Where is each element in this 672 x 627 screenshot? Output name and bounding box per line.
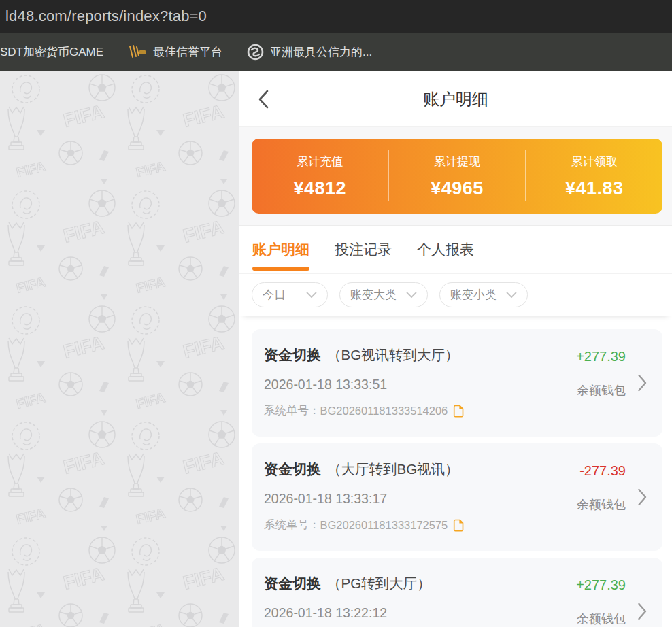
transaction-time: 2026-01-18 13:33:51 (264, 377, 540, 392)
transaction-amount: -277.39 (577, 462, 626, 479)
transaction-card[interactable]: 资金切换 （PG转到大厅） 2026-01-18 13:22:12 系统单号： … (252, 558, 662, 627)
chevron-left-icon (257, 89, 269, 109)
wallet-label: 余额钱包 (576, 382, 626, 399)
transaction-amount: +277.39 (576, 348, 626, 365)
transaction-card[interactable]: 资金切换 （大厅转到BG视讯） 2026-01-18 13:33:17 系统单号… (252, 443, 662, 551)
fifa-watermark-background: FIFA (0, 71, 239, 627)
tab-label: 个人报表 (417, 240, 474, 259)
transaction-title: 资金切换 （大厅转到BG视讯） (264, 460, 540, 479)
tab-bet-records[interactable]: 投注记录 (335, 226, 392, 273)
filter-label: 账变小类 (450, 287, 497, 303)
bookmark-label: 最佳信誉平台 (153, 44, 222, 60)
chevron-down-icon (506, 292, 517, 299)
stat-total-deposit: 累计充值 ¥4812 (252, 139, 388, 214)
bookmark-asia-platform[interactable]: 亚洲最具公信力的... (247, 44, 372, 61)
bookmark-best-reputation[interactable]: 最佳信誉平台 (128, 44, 222, 60)
chevron-right-icon[interactable] (637, 602, 648, 621)
app-viewport: FIFA (0, 71, 672, 627)
transaction-detail: （大厅转到BG视讯） (327, 460, 459, 479)
tab-bar: 账户明细 投注记录 个人报表 (239, 226, 672, 274)
stat-label: 累计领取 (571, 154, 618, 169)
transaction-order-row: 系统单号： BG202601181333514206 (264, 403, 540, 418)
transaction-detail: （BG视讯转到大厅） (327, 345, 459, 365)
chevron-right-icon[interactable] (637, 373, 648, 392)
brand-logo-icon (128, 45, 147, 58)
stat-label: 累计提现 (434, 154, 480, 169)
bookmark-label: SDT加密货币GAME (0, 44, 103, 60)
tab-account-detail[interactable]: 账户明细 (252, 226, 309, 273)
transaction-amount-block: -277.39 余额钱包 (577, 462, 626, 513)
url-text[interactable]: ld48.com/reports/index?tab=0 (5, 7, 207, 25)
transaction-time: 2026-01-18 13:22:12 (264, 605, 540, 621)
stat-total-claimed: 累计领取 ¥41.83 (526, 139, 662, 214)
transaction-amount: +277.39 (576, 577, 626, 593)
transaction-title: 资金切换 （BG视讯转到大厅） (264, 345, 540, 365)
transaction-amount-block: +277.39 余额钱包 (576, 577, 626, 627)
stat-value: ¥41.83 (565, 178, 624, 199)
stat-value: ¥4812 (294, 178, 347, 199)
filter-major-category-dropdown[interactable]: 账变大类 (339, 282, 428, 307)
active-tab-underline (252, 267, 309, 271)
tab-label: 投注记录 (335, 240, 392, 259)
wallet-label: 余额钱包 (577, 496, 626, 513)
transaction-type: 资金切换 (264, 460, 321, 479)
stat-label: 累计充值 (297, 154, 343, 169)
stat-total-withdraw: 累计提现 ¥4965 (389, 139, 526, 214)
wallet-label: 余额钱包 (576, 611, 626, 627)
transaction-type: 资金切换 (264, 574, 321, 593)
transaction-card[interactable]: 资金切换 （BG视讯转到大厅） 2026-01-18 13:33:51 系统单号… (252, 329, 662, 437)
filter-bar: 今日 账变大类 账变小类 (239, 274, 672, 316)
order-label: 系统单号： (264, 518, 320, 532)
transaction-amount-block: +277.39 余额钱包 (576, 348, 626, 399)
transaction-detail: （PG转到大厅） (327, 574, 431, 593)
filter-label: 账变大类 (350, 287, 397, 303)
chevron-down-icon (406, 292, 417, 299)
globe-icon (247, 44, 264, 61)
tab-personal-report[interactable]: 个人报表 (417, 226, 474, 273)
transaction-title: 资金切换 （PG转到大厅） (264, 574, 540, 593)
chevron-right-icon[interactable] (637, 488, 648, 507)
transaction-type: 资金切换 (264, 345, 321, 365)
summary-section: 累计充值 ¥4812 累计提现 ¥4965 累计领取 ¥41.83 (239, 127, 672, 226)
order-number: BG202601181333514206 (320, 405, 448, 418)
filter-date-dropdown[interactable]: 今日 (252, 282, 328, 307)
order-number: BG202601181333172575 (320, 519, 448, 532)
chevron-down-icon (306, 292, 317, 299)
account-detail-panel: 账户明细 累计充值 ¥4812 累计提现 ¥4965 累计领取 ¥41.83 (239, 71, 672, 627)
filter-minor-category-dropdown[interactable]: 账变小类 (439, 282, 528, 307)
page-title: 账户明细 (423, 88, 488, 110)
filter-label: 今日 (263, 287, 286, 303)
stat-value: ¥4965 (431, 178, 484, 199)
bookmark-usdt-game[interactable]: SDT加密货币GAME (0, 44, 103, 60)
back-button[interactable] (257, 89, 269, 109)
order-label: 系统单号： (264, 403, 320, 418)
tab-label: 账户明细 (252, 240, 309, 259)
bookmarks-bar: SDT加密货币GAME 最佳信誉平台 亚洲最具公信力的... (0, 33, 672, 71)
page-header: 账户明细 (239, 71, 672, 127)
copy-icon[interactable] (453, 405, 464, 418)
transaction-time: 2026-01-18 13:33:17 (264, 491, 540, 507)
bookmark-label: 亚洲最具公信力的... (270, 44, 372, 60)
summary-card: 累计充值 ¥4812 累计提现 ¥4965 累计领取 ¥41.83 (252, 139, 662, 214)
transaction-list: 资金切换 （BG视讯转到大厅） 2026-01-18 13:33:51 系统单号… (239, 316, 672, 627)
transaction-order-row: 系统单号： BG202601181333172575 (264, 518, 540, 532)
browser-url-bar[interactable]: ld48.com/reports/index?tab=0 (0, 0, 672, 33)
copy-icon[interactable] (453, 519, 464, 532)
